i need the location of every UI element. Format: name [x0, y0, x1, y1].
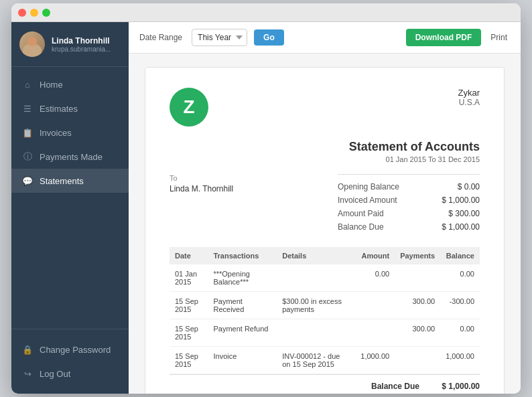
- sidebar-item-change-password[interactable]: 🔒 Change Password: [11, 337, 129, 362]
- col-header-transactions: Transactions: [208, 247, 277, 264]
- company-logo: Z: [170, 88, 208, 127]
- sidebar-bottom: 🔒 Change Password ↪ Log Out: [11, 329, 129, 394]
- summary-row-opening: Opening Balance $ 0.00: [338, 180, 480, 193]
- summary-label: Invoiced Amount: [338, 195, 397, 205]
- company-header: Z Zykar U.S.A: [170, 88, 480, 127]
- main-content: Date Range This Year Last Year Custom Go…: [129, 22, 521, 394]
- transactions-table: Date Transactions Details Amount Payment…: [170, 247, 480, 374]
- cell-payments: [395, 347, 440, 374]
- summary-row-paid: Amount Paid $ 300.00: [338, 207, 480, 220]
- close-button[interactable]: [18, 9, 26, 17]
- cell-details: $300.00 in excess payments: [277, 292, 355, 319]
- cell-payments: 300.00: [395, 292, 440, 319]
- table-row: 01 Jan 2015 ***Opening Balance*** 0.00 0…: [170, 264, 480, 292]
- to-label: To: [170, 174, 233, 182]
- cell-date: 15 Sep 2015: [170, 319, 208, 347]
- to-block: To Linda M. Thornhill: [170, 174, 233, 193]
- col-header-payments: Payments: [395, 247, 440, 264]
- balance-due-value: $ 1,000.00: [433, 382, 480, 391]
- cell-balance: 0.00: [440, 264, 480, 292]
- to-name: Linda M. Thornhill: [170, 184, 233, 193]
- payments-made-icon: ⓘ: [22, 151, 33, 162]
- cell-details: INV-000012 - due on 15 Sep 2015: [277, 347, 355, 374]
- summary-label: Balance Due: [338, 222, 384, 232]
- statement-title-block: Statement of Accounts 01 Jan 2015 To 31 …: [170, 140, 480, 163]
- user-name: Linda Thornhill: [52, 36, 121, 46]
- cell-balance: -300.00: [440, 292, 480, 319]
- document-area: Z Zykar U.S.A Statement of Accounts 01 J…: [129, 54, 521, 394]
- sidebar-item-home[interactable]: ⌂ Home: [11, 72, 129, 96]
- sidebar-item-label: Statements: [40, 176, 84, 186]
- summary-value: $ 1,000.00: [433, 195, 480, 205]
- summary-label: Opening Balance: [338, 182, 399, 191]
- titlebar: [11, 3, 521, 22]
- print-button[interactable]: Print: [488, 29, 510, 46]
- table-header-row: Date Transactions Details Amount Payment…: [170, 247, 480, 264]
- cell-payments: 300.00: [395, 319, 440, 347]
- cell-balance: 1,000.00: [440, 347, 480, 374]
- home-icon: ⌂: [22, 79, 33, 90]
- cell-date: 15 Sep 2015: [170, 292, 208, 319]
- sidebar-item-label: Home: [40, 80, 63, 90]
- lock-icon: 🔒: [22, 344, 33, 355]
- user-profile: Linda Thornhill krupa.subramania...: [11, 22, 129, 67]
- maximize-button[interactable]: [42, 9, 50, 17]
- sidebar-item-label: Payments Made: [40, 152, 103, 162]
- statement-period: 01 Jan 2015 To 31 Dec 2015: [170, 155, 480, 163]
- summary-row-balance-due: Balance Due $ 1,000.00: [338, 220, 480, 234]
- cell-balance: 0.00: [440, 319, 480, 347]
- cell-details: [277, 319, 355, 347]
- document: Z Zykar U.S.A Statement of Accounts 01 J…: [145, 67, 505, 394]
- summary-value: $ 0.00: [433, 182, 480, 191]
- cell-amount: 1,000.00: [355, 347, 395, 374]
- download-pdf-button[interactable]: Download PDF: [406, 29, 482, 46]
- col-header-balance: Balance: [440, 247, 480, 264]
- cell-date: 01 Jan 2015: [170, 264, 208, 292]
- cell-amount: [355, 292, 395, 319]
- company-info: Zykar U.S.A: [458, 88, 480, 107]
- invoices-icon: 📋: [22, 127, 33, 138]
- cell-details: [277, 264, 355, 292]
- sidebar-item-estimates[interactable]: ☰ Estimates: [11, 96, 129, 121]
- summary-table: Opening Balance $ 0.00 Invoiced Amount $…: [338, 174, 480, 234]
- sidebar-item-invoices[interactable]: 📋 Invoices: [11, 121, 129, 145]
- app-container: Linda Thornhill krupa.subramania... ⌂ Ho…: [11, 22, 521, 394]
- statement-title: Statement of Accounts: [170, 140, 480, 154]
- statements-icon: 💬: [22, 175, 33, 186]
- summary-section: To Linda M. Thornhill Opening Balance $ …: [170, 174, 480, 234]
- estimates-icon: ☰: [22, 103, 33, 114]
- cell-transactions: Payment Received: [208, 292, 277, 319]
- sidebar-item-statements[interactable]: 💬 Statements: [11, 169, 129, 193]
- summary-value: $ 300.00: [433, 209, 480, 218]
- table-row: 15 Sep 2015 Payment Refund 300.00 0.00: [170, 319, 480, 347]
- go-button[interactable]: Go: [254, 29, 284, 46]
- sidebar-item-label: Invoices: [40, 128, 72, 138]
- sidebar-item-log-out[interactable]: ↪ Log Out: [11, 362, 129, 386]
- sidebar: Linda Thornhill krupa.subramania... ⌂ Ho…: [11, 22, 129, 394]
- cell-amount: 0.00: [355, 264, 395, 292]
- date-range-select[interactable]: This Year Last Year Custom: [192, 29, 247, 46]
- col-header-amount: Amount: [355, 247, 395, 264]
- sidebar-item-label: Estimates: [40, 104, 78, 114]
- avatar: [19, 31, 45, 57]
- col-header-details: Details: [277, 247, 355, 264]
- table-row: 15 Sep 2015 Payment Received $300.00 in …: [170, 292, 480, 319]
- summary-value: $ 1,000.00: [433, 222, 480, 232]
- balance-due-label: Balance Due: [371, 382, 419, 391]
- user-info: Linda Thornhill krupa.subramania...: [52, 36, 121, 53]
- minimize-button[interactable]: [30, 9, 38, 17]
- cell-transactions: Payment Refund: [208, 319, 277, 347]
- cell-amount: [355, 319, 395, 347]
- toolbar: Date Range This Year Last Year Custom Go…: [129, 22, 521, 54]
- company-country: U.S.A: [458, 98, 480, 107]
- date-range-label: Date Range: [139, 33, 182, 42]
- cell-date: 15 Sep 2015: [170, 347, 208, 374]
- sidebar-item-payments-made[interactable]: ⓘ Payments Made: [11, 145, 129, 169]
- company-name: Zykar: [458, 88, 480, 98]
- cell-transactions: ***Opening Balance***: [208, 264, 277, 292]
- sidebar-item-label: Change Password: [40, 345, 111, 355]
- app-window: Linda Thornhill krupa.subramania... ⌂ Ho…: [11, 3, 521, 394]
- cell-payments: [395, 264, 440, 292]
- col-header-date: Date: [170, 247, 208, 264]
- sidebar-item-label: Log Out: [40, 369, 70, 379]
